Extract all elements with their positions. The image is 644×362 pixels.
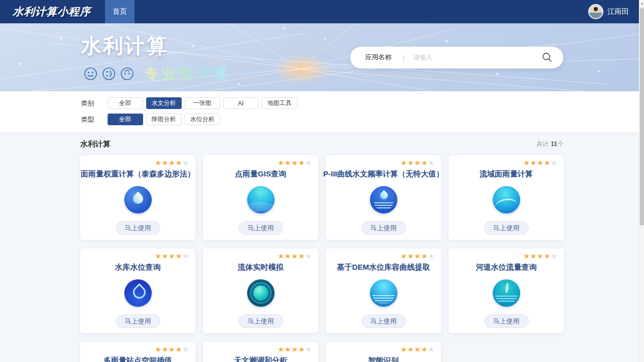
- user-area[interactable]: 江雨田: [588, 4, 629, 19]
- rating-stars: ★★★★★: [155, 346, 189, 353]
- star-icon: ★: [176, 345, 183, 353]
- use-now-button[interactable]: 马上使用: [361, 314, 406, 328]
- star-icon: ★: [176, 252, 183, 260]
- app-icon: [493, 279, 520, 307]
- filter-option-0-0[interactable]: 全部: [108, 97, 143, 109]
- star-icon: ★: [285, 345, 292, 353]
- nav-tab-home[interactable]: 首页: [105, 0, 134, 23]
- filter-option-0-2[interactable]: 一张图: [185, 97, 220, 109]
- app-title: 流域面雨量计算: [480, 169, 533, 179]
- star-icon: ★: [408, 345, 415, 353]
- main-content: 水利计算 共计 11个 ★★★★★ 面雨量权重计算（泰森多边形法） 马上使用 ★…: [0, 132, 644, 362]
- rating-stars: ★★★★★: [400, 346, 435, 353]
- star-icon: ★: [400, 252, 408, 260]
- star-icon: ★: [182, 345, 189, 353]
- star-icon: ★: [278, 252, 285, 260]
- star-icon: ★: [400, 159, 408, 167]
- rating-stars: ★★★★★: [523, 252, 558, 260]
- app-card[interactable]: ★★★★★ 天文潮调和分析 马上使用: [203, 342, 318, 362]
- use-now-button[interactable]: 马上使用: [484, 221, 529, 235]
- count-number: 11: [551, 140, 557, 148]
- star-icon: ★: [291, 159, 298, 167]
- app-title: 点雨量GIS查询: [235, 169, 286, 179]
- use-now-button[interactable]: 马上使用: [484, 314, 529, 328]
- scrollbar-thumb[interactable]: [640, 8, 644, 226]
- filter-option-0-4[interactable]: 地图工具: [262, 97, 297, 109]
- app-title: P-III曲线水文频率计算（无特大值）: [323, 169, 444, 179]
- app-icon: [370, 186, 397, 213]
- rating-stars: ★★★★★: [523, 159, 558, 166]
- star-icon: ★: [421, 159, 428, 167]
- star-icon: ★: [162, 159, 169, 167]
- app-card[interactable]: ★★★★★ 智能识别 马上使用: [326, 342, 441, 362]
- app-card[interactable]: ★★★★★ 面雨量权重计算（泰森多边形法） 马上使用: [80, 155, 195, 240]
- scrollbar[interactable]: ▲: [639, 0, 644, 362]
- rating-stars: ★★★★★: [278, 159, 312, 166]
- star-icon: ★: [176, 159, 183, 167]
- app-title: 基于DEM水位库容曲线提取: [337, 263, 430, 272]
- app-icon: [247, 279, 275, 307]
- star-icon: ★: [414, 252, 421, 260]
- scroll-up-arrow[interactable]: ▲: [639, 0, 644, 7]
- use-now-button[interactable]: 马上使用: [116, 314, 160, 328]
- star-icon: ★: [537, 252, 544, 260]
- app-card[interactable]: ★★★★★ 流体实时模拟 马上使用: [203, 248, 318, 333]
- star-icon: ★: [168, 159, 176, 167]
- star-icon: ★: [408, 252, 415, 260]
- use-now-button[interactable]: 马上使用: [116, 221, 160, 235]
- section-header: 水利计算 共计 11个: [80, 139, 564, 149]
- star-icon: ★: [537, 159, 544, 167]
- star-icon: ★: [523, 252, 530, 260]
- filter-option-0-1[interactable]: 水文分析: [146, 97, 182, 109]
- app-card[interactable]: ★★★★★ 水库水位查询 马上使用: [80, 248, 195, 333]
- star-icon: ★: [155, 252, 162, 260]
- star-icon: ★: [530, 159, 537, 167]
- search-input[interactable]: [414, 54, 542, 61]
- star-icon: ★: [182, 159, 189, 167]
- app-card[interactable]: ★★★★★ 多雨量站点空间插值 马上使用: [80, 342, 195, 362]
- filter-option-1-1[interactable]: 降雨分析: [146, 114, 182, 125]
- use-now-button[interactable]: 马上使用: [239, 221, 283, 235]
- star-icon: ★: [285, 159, 292, 167]
- star-icon: ★: [428, 252, 435, 260]
- star-icon: ★: [428, 159, 435, 167]
- app-title: 智能识别: [368, 356, 399, 362]
- filter-option-1-2[interactable]: 水位分析: [185, 114, 220, 125]
- search-icon[interactable]: [542, 52, 552, 62]
- filter-group-label: 类别: [81, 99, 108, 108]
- star-icon: ★: [551, 252, 558, 260]
- hero-title: 水利计算: [81, 32, 231, 60]
- app-title: 流体实时模拟: [238, 263, 284, 272]
- filter-option-0-3[interactable]: AI: [223, 97, 259, 109]
- user-avatar[interactable]: [588, 4, 603, 19]
- star-icon: ★: [305, 252, 312, 260]
- use-now-button[interactable]: 马上使用: [361, 221, 406, 235]
- filter-group-1: 类型全部降雨分析水位分析: [81, 114, 563, 125]
- app-card[interactable]: ★★★★★ 点雨量GIS查询 马上使用: [203, 155, 318, 240]
- star-icon: ★: [291, 252, 298, 260]
- star-icon: ★: [414, 159, 421, 167]
- app-grid: ★★★★★ 面雨量权重计算（泰森多边形法） 马上使用 ★★★★★ 点雨量GIS查…: [80, 155, 564, 362]
- app-title: 水库水位查询: [115, 263, 161, 272]
- app-count: 共计 11个: [536, 140, 564, 149]
- app-icon: [247, 186, 275, 213]
- star-icon: ★: [408, 159, 415, 167]
- star-icon: ★: [162, 252, 169, 260]
- star-icon: ★: [155, 345, 162, 353]
- star-icon: ★: [162, 345, 169, 353]
- filter-option-1-0[interactable]: 全部: [108, 114, 143, 125]
- filter-group-0: 类别全部水文分析一张图AI地图工具: [81, 97, 563, 109]
- app-card[interactable]: ★★★★★ 河道水位流量查询 马上使用: [449, 248, 564, 333]
- star-icon: ★: [298, 252, 306, 260]
- star-icon: ★: [414, 345, 421, 353]
- top-navbar: 水利计算小程序 首页 江雨田: [0, 0, 644, 23]
- app-card[interactable]: ★★★★★ 基于DEM水位库容曲线提取 马上使用: [326, 248, 441, 333]
- app-title: 面雨量权重计算（泰森多边形法）: [81, 169, 195, 179]
- app-card[interactable]: ★★★★★ P-III曲线水文频率计算（无特大值） 马上使用: [326, 155, 441, 240]
- use-now-button[interactable]: 马上使用: [239, 314, 283, 328]
- star-icon: ★: [544, 159, 551, 167]
- star-icon: ★: [298, 345, 306, 353]
- app-logo: 水利计算小程序: [13, 5, 91, 19]
- app-card[interactable]: ★★★★★ 流域面雨量计算 马上使用: [449, 155, 564, 240]
- star-icon: ★: [182, 252, 189, 260]
